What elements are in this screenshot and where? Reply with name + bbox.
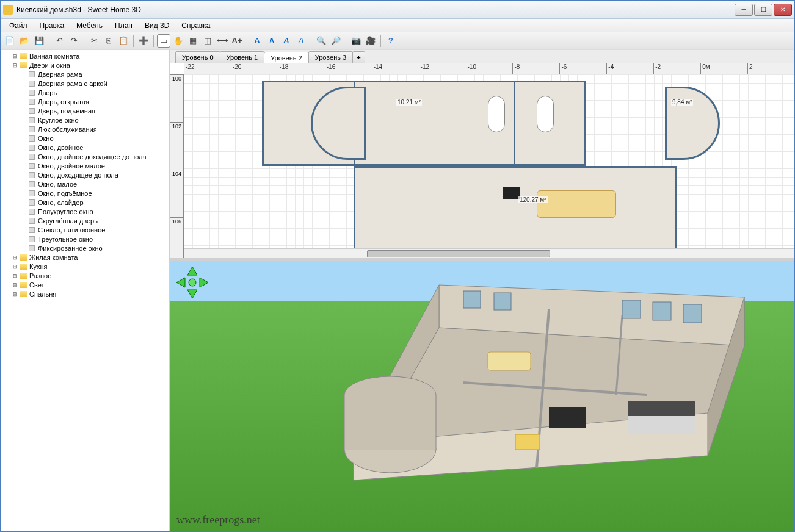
level-tab[interactable]: Уровень 3 — [308, 51, 354, 63]
add-furniture-icon[interactable]: ➕ — [137, 34, 150, 48]
new-icon[interactable]: 📄 — [3, 34, 16, 48]
tree-item[interactable]: Круглое окно — [1, 115, 169, 124]
text-size-down-icon[interactable]: A — [265, 34, 278, 48]
room-area-label: 9,84 м² — [671, 99, 693, 106]
photo-icon[interactable]: 📷 — [349, 34, 363, 48]
tree-item[interactable]: Дверь, подъёмная — [1, 106, 169, 115]
expand-toggle-icon[interactable]: ⊞ — [12, 254, 19, 261]
tree-item[interactable]: Окно, доходящее до пола — [1, 170, 169, 179]
level-tab[interactable]: Уровень 2 — [264, 52, 309, 63]
level-tab[interactable]: Уровень 1 — [220, 51, 265, 63]
sofa-icon[interactable] — [537, 190, 616, 218]
tree-item[interactable]: Полукруглое окно — [1, 207, 169, 216]
minimize-button[interactable]: ─ — [735, 4, 753, 16]
expand-toggle-icon[interactable]: ⊟ — [12, 62, 19, 68]
menu-edit[interactable]: Правка — [35, 20, 70, 31]
add-level-button[interactable]: + — [352, 51, 365, 63]
ruler-tick: -14 — [372, 63, 419, 74]
video-icon[interactable]: 🎥 — [364, 34, 377, 48]
ruler-tick: 106 — [170, 217, 183, 258]
menu-file[interactable]: Файл — [4, 20, 32, 31]
bathtub-icon[interactable] — [488, 96, 505, 132]
cut-icon[interactable]: ✂ — [87, 34, 101, 48]
tree-category[interactable]: ⊞Свет — [1, 280, 169, 289]
tree-item[interactable]: Стекло, пяти оконное — [1, 225, 169, 234]
undo-icon[interactable]: ↶ — [53, 34, 66, 48]
bathtub-icon[interactable] — [537, 96, 554, 132]
separator — [247, 35, 247, 47]
scroll-thumb[interactable] — [367, 250, 550, 257]
bold-icon[interactable]: A — [280, 34, 293, 48]
tree-item[interactable]: Окно, малое — [1, 179, 169, 189]
zoom-in-icon[interactable]: 🔍 — [314, 34, 328, 48]
room-area-label: 120,27 м² — [518, 196, 548, 203]
redo-icon[interactable]: ↷ — [67, 34, 81, 48]
level-tab[interactable]: Уровень 0 — [175, 51, 220, 63]
tree-item[interactable]: Дверь — [1, 88, 169, 97]
window-controls: ─ ☐ ✕ — [735, 4, 792, 16]
dimension-icon[interactable]: ⟷ — [216, 34, 229, 48]
text-icon[interactable]: A+ — [230, 34, 244, 48]
svg-rect-13 — [463, 291, 481, 308]
tree-item[interactable]: Окно, двойное — [1, 143, 169, 152]
plan-canvas[interactable]: -22-20-18-16-14-12-10-8-6-4-20м2 1001021… — [170, 63, 794, 258]
room-icon[interactable]: ◫ — [201, 34, 214, 48]
copy-icon[interactable]: ⎘ — [102, 34, 115, 48]
item-label: Окно, двойное — [38, 144, 83, 151]
expand-toggle-icon[interactable]: ⊞ — [12, 273, 19, 279]
navigation-compass[interactable] — [175, 265, 209, 300]
menu-furniture[interactable]: Мебель — [71, 20, 107, 31]
tree-item[interactable]: Окно, двойное доходящее до пола — [1, 152, 169, 161]
tree-item[interactable]: Окно, слайдер — [1, 198, 169, 207]
menu-plan[interactable]: План — [110, 20, 137, 31]
tree-item[interactable]: Скруглённая дверь — [1, 216, 169, 225]
open-icon[interactable]: 📂 — [18, 34, 31, 48]
expand-toggle-icon[interactable]: ⊞ — [12, 282, 19, 288]
maximize-button[interactable]: ☐ — [754, 4, 772, 16]
floorplan[interactable]: 10,21 м² 9,84 м² 120,27 м² — [262, 81, 726, 257]
house-3d-model[interactable] — [280, 273, 769, 505]
furniture-catalog[interactable]: ⊞Ванная комната⊟Двери и окнаДверная рама… — [1, 50, 170, 531]
svg-rect-16 — [628, 401, 695, 416]
tree-category[interactable]: ⊞Разное — [1, 271, 169, 280]
tree-item[interactable]: Окно — [1, 134, 169, 143]
menu-3dview[interactable]: Вид 3D — [140, 20, 174, 31]
expand-toggle-icon[interactable]: ⊞ — [12, 53, 19, 59]
scrollbar-horizontal[interactable] — [184, 248, 794, 258]
separator — [380, 35, 381, 47]
tree-item[interactable]: Люк обслуживания — [1, 124, 169, 134]
italic-icon[interactable]: A — [294, 34, 308, 48]
wall-icon[interactable]: ▦ — [186, 34, 200, 48]
text-size-up-icon[interactable]: A — [250, 34, 264, 48]
tree-item[interactable]: Фиксированное окно — [1, 243, 169, 253]
tree-item[interactable]: Окно, двойное малое — [1, 161, 169, 170]
tree-category[interactable]: ⊞Ванная комната — [1, 51, 169, 60]
tree-item[interactable]: Дверь, открытая — [1, 97, 169, 106]
item-label: Окно — [38, 135, 54, 142]
tree-category[interactable]: ⊞Кухня — [1, 262, 169, 271]
paste-icon[interactable]: 📋 — [117, 34, 130, 48]
category-label: Ванная комната — [29, 52, 79, 60]
tree-item[interactable]: Треугольное окно — [1, 234, 169, 243]
ruler-tick: -22 — [184, 63, 231, 74]
expand-toggle-icon[interactable]: ⊞ — [12, 264, 19, 270]
help-icon[interactable]: ? — [384, 34, 398, 48]
select-icon[interactable]: ▭ — [157, 34, 170, 48]
tree-item[interactable]: Окно, подъёмное — [1, 189, 169, 198]
save-icon[interactable]: 💾 — [32, 34, 46, 48]
expand-toggle-icon[interactable]: ⊞ — [12, 291, 19, 297]
item-label: Окно, малое — [38, 181, 77, 188]
tree-item[interactable]: Дверная рама — [1, 70, 169, 79]
item-label: Окно, двойное доходящее до пола — [38, 153, 147, 160]
zoom-out-icon[interactable]: 🔎 — [329, 34, 343, 48]
tv-icon[interactable] — [503, 187, 520, 200]
tree-category[interactable]: ⊟Двери и окна — [1, 60, 169, 70]
item-label: Треугольное окно — [38, 235, 93, 243]
tree-category[interactable]: ⊞Жилая комната — [1, 253, 169, 262]
pan-icon[interactable]: ✋ — [172, 34, 185, 48]
close-button[interactable]: ✕ — [774, 4, 792, 16]
tree-category[interactable]: ⊞Спальня — [1, 289, 169, 298]
view-3d[interactable]: www.freeprogs.net — [170, 261, 794, 531]
tree-item[interactable]: Дверная рама с аркой — [1, 79, 169, 88]
menu-help[interactable]: Справка — [176, 20, 215, 31]
